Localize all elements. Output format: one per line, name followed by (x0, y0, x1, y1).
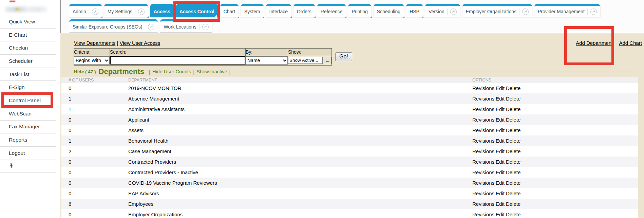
tab-interface[interactable]: Interface (266, 4, 291, 17)
go-button[interactable]: Go! (335, 52, 352, 61)
sidebar-item-checkin[interactable]: Checkin (0, 41, 56, 54)
edit-link[interactable]: Edit (496, 159, 505, 165)
edit-link[interactable]: Edit (496, 212, 505, 217)
delete-link[interactable]: Delete (506, 138, 520, 144)
delete-link[interactable]: Delete (506, 169, 520, 175)
edit-link[interactable]: Edit (496, 85, 505, 91)
tab-label: Access (154, 9, 170, 14)
view-departments-link[interactable]: View Departments (74, 40, 115, 46)
tab-access[interactable]: Access (150, 4, 174, 17)
revisions-link[interactable]: Revisions (472, 138, 494, 144)
sidebar-pin-item[interactable] (0, 160, 56, 173)
tab-employer-organizations[interactable]: Employer Organizations↗ (462, 4, 532, 17)
search-form-table: Criteria: Search: By: Show: Begins With … (74, 48, 332, 66)
tab-printing[interactable]: Printing (348, 4, 371, 17)
tab-chart[interactable]: Chart (220, 4, 239, 17)
edit-link[interactable]: Edit (496, 117, 505, 123)
delete-link[interactable]: Delete (506, 159, 520, 165)
add-department-link[interactable]: Add Department (576, 40, 613, 46)
dropdown-corner-icon (402, 16, 404, 18)
delete-link[interactable]: Delete (506, 212, 520, 217)
revisions-link[interactable]: Revisions (472, 201, 494, 207)
add-chart-link[interactable]: Add Chart (619, 40, 642, 46)
sidebar-item-label: Logout (9, 150, 25, 156)
department-cell: Assets (128, 127, 472, 133)
delete-link[interactable]: Delete (506, 106, 520, 112)
tab-hsp[interactable]: HSP (406, 4, 423, 17)
edit-link[interactable]: Edit (496, 180, 505, 186)
revisions-link[interactable]: Revisions (472, 106, 494, 112)
tab-system[interactable]: System (241, 4, 264, 17)
search-input[interactable] (110, 56, 245, 65)
sidebar-item-quick-view[interactable]: Quick View (0, 15, 56, 28)
edit-link[interactable]: Edit (496, 169, 505, 175)
revisions-link[interactable]: Revisions (472, 180, 494, 186)
sidebar-item-e-chart[interactable]: E-Chart (0, 28, 56, 41)
revisions-link[interactable]: Revisions (472, 127, 494, 133)
show-active-field[interactable]: Show Active... (288, 57, 323, 64)
delete-link[interactable]: Delete (506, 180, 520, 186)
tab-similar-exposure-groups-segs[interactable]: Similar Exposure Groups (SEGs)↗ (69, 19, 158, 32)
sidebar-item-reports[interactable]: Reports (0, 133, 56, 146)
edit-link[interactable]: Edit (496, 106, 505, 112)
revisions-link[interactable]: Revisions (472, 148, 494, 154)
tab-access-control[interactable]: Access Control (176, 4, 218, 17)
edit-link[interactable]: Edit (496, 127, 505, 133)
view-user-access-link[interactable]: View User Access (120, 40, 160, 46)
tab-my-settings[interactable]: My Settings↗ (104, 4, 148, 17)
revisions-link[interactable]: Revisions (472, 85, 494, 91)
show-label: Show: (288, 49, 332, 55)
delete-link[interactable]: Delete (506, 201, 520, 207)
show-options-button[interactable]: ... (324, 57, 332, 64)
external-link-icon: ↗ (89, 8, 98, 15)
delete-link[interactable]: Delete (506, 127, 520, 133)
tab-reference[interactable]: Reference (317, 4, 346, 17)
tab-orders[interactable]: Orders (293, 4, 315, 17)
sidebar-item-task-list[interactable]: Task List (0, 68, 56, 81)
users-count-cell: 0 (69, 169, 128, 175)
delete-link[interactable]: Delete (506, 85, 520, 91)
edit-link[interactable]: Edit (496, 96, 505, 102)
table-row: 6EmployeesRevisionsEditDelete (61, 199, 638, 209)
tab-version[interactable]: Version↗ (425, 4, 460, 17)
delete-link[interactable]: Delete (506, 96, 520, 102)
sidebar-item-fax-manager[interactable]: Fax Manager (0, 120, 56, 133)
revisions-link[interactable]: Revisions (472, 159, 494, 165)
sidebar-item-e-sign[interactable]: E-Sign (0, 80, 56, 94)
dropdown-corner-icon (344, 16, 346, 18)
users-column-header: # OF USERS (69, 78, 128, 83)
tab-work-locations[interactable]: Work Locations↗ (160, 19, 212, 32)
show-inactive-link[interactable]: Show Inactive (196, 69, 227, 74)
department-column-header[interactable]: DEPARTMENT (128, 78, 472, 83)
edit-link[interactable]: Edit (496, 138, 505, 144)
sidebar-item-logout[interactable]: Logout (0, 146, 56, 160)
criteria-select[interactable]: Begins With (74, 56, 110, 65)
revisions-link[interactable]: Revisions (472, 190, 494, 196)
revisions-link[interactable]: Revisions (472, 96, 494, 102)
sidebar-item-webscan[interactable]: WebScan (0, 107, 56, 120)
delete-link[interactable]: Delete (506, 117, 520, 123)
dropdown-corner-icon (370, 16, 372, 18)
pushpin-icon (9, 163, 14, 169)
options-column-header: OPTIONS (472, 78, 638, 83)
tab-provider-management[interactable]: Provider Management↗ (534, 4, 600, 17)
edit-link[interactable]: Edit (496, 148, 505, 154)
tab-admin[interactable]: Admin↗ (69, 4, 102, 17)
edit-link[interactable]: Edit (496, 190, 505, 196)
by-select[interactable]: Name (246, 56, 288, 65)
hide-count-link[interactable]: Hide ( 47 ) (74, 69, 96, 74)
delete-link[interactable]: Delete (506, 190, 520, 196)
revisions-link[interactable]: Revisions (472, 169, 494, 175)
delete-link[interactable]: Delete (506, 148, 520, 154)
tab-scheduling[interactable]: Scheduling (374, 4, 404, 17)
revisions-link[interactable]: Revisions (472, 212, 494, 217)
section-pipe: | (149, 69, 150, 75)
section-pipe: | (229, 69, 231, 75)
tab-label: Work Locations (164, 24, 196, 30)
revisions-link[interactable]: Revisions (472, 117, 494, 123)
hide-user-counts-link[interactable]: Hide User Counts (152, 69, 191, 74)
sidebar-item-control-panel[interactable]: Control Panel (0, 94, 56, 107)
sidebar-item-scheduler[interactable]: Scheduler (0, 54, 56, 68)
edit-link[interactable]: Edit (496, 201, 505, 207)
tab-label: Similar Exposure Groups (SEGs) (73, 24, 142, 30)
